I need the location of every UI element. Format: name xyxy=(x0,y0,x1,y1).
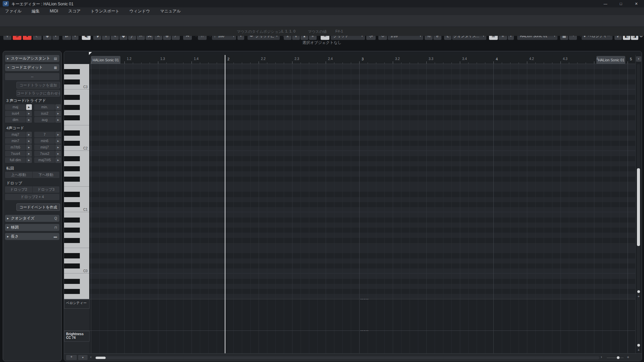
menu-window[interactable]: ウィンドウ xyxy=(124,7,155,15)
chord-m7b5-button[interactable]: m7/b5 xyxy=(5,144,26,150)
piano-key[interactable] xyxy=(64,228,90,233)
piano-key[interactable] xyxy=(64,274,90,279)
piano-key[interactable] xyxy=(64,182,90,187)
time-ruler[interactable]: HALion Sonic 01 HALion Sonic 01 1.21.31.… xyxy=(90,55,635,64)
piano-key[interactable] xyxy=(64,258,90,263)
chord-sus4-play-button[interactable]: ▶ xyxy=(26,111,32,116)
horizontal-zoom-in-button[interactable]: + xyxy=(627,355,629,360)
piano-key[interactable] xyxy=(64,161,90,166)
chord-7sus4-button[interactable]: 7sus4 xyxy=(5,151,26,157)
piano-key[interactable] xyxy=(64,233,90,238)
piano-key[interactable] xyxy=(64,166,90,171)
piano-key[interactable] xyxy=(64,263,90,268)
piano-key[interactable] xyxy=(64,187,90,192)
chord-maj75-button[interactable]: maj7/#5 xyxy=(34,157,55,163)
chord-7sus2-button[interactable]: 7sus2 xyxy=(34,151,55,157)
piano-key[interactable]: C3 xyxy=(64,84,90,89)
piano-key[interactable] xyxy=(64,151,90,156)
cc-lane[interactable] xyxy=(90,331,635,353)
drop3-button[interactable]: ドロップ3 xyxy=(33,186,60,193)
chord-fulldim-button[interactable]: full dim xyxy=(5,157,26,163)
cc-lane-label[interactable]: Brightness CC 74 xyxy=(64,331,90,342)
part-start-marker[interactable] xyxy=(89,52,92,55)
menu-edit[interactable]: 編集 xyxy=(26,7,45,15)
piano-key[interactable] xyxy=(64,100,90,105)
chord-dim-play-button[interactable]: ▶ xyxy=(26,117,32,123)
velocity-lane[interactable] xyxy=(90,299,635,330)
maximize-button[interactable]: □ xyxy=(613,0,629,7)
lane-zoom-in-button[interactable]: + xyxy=(637,348,641,352)
chord-min7-play-button[interactable]: ▶ xyxy=(26,138,32,144)
drop2-button[interactable]: ドロップ2 xyxy=(5,186,33,193)
transpose-panel-header[interactable]: ▶ 移調 ⊓ xyxy=(5,224,59,231)
move-down-button[interactable]: 下へ移動 xyxy=(33,172,60,178)
chord-minj7-button[interactable]: minj7 xyxy=(34,144,55,150)
chord-min7-button[interactable]: min7 xyxy=(5,138,26,144)
minimize-button[interactable]: — xyxy=(598,0,613,7)
chord-sus2-play-button[interactable]: ▶ xyxy=(55,111,61,116)
piano-key[interactable] xyxy=(64,105,90,110)
piano-key[interactable] xyxy=(64,120,90,125)
vertical-zoom-dot[interactable] xyxy=(637,290,640,293)
piano-key[interactable] xyxy=(64,69,90,74)
lane-zoom-dot[interactable] xyxy=(637,344,640,347)
length-panel-header[interactable]: ▶ 長さ ▬ xyxy=(5,233,59,240)
chord-fulldim-play-button[interactable]: ▶ xyxy=(26,157,32,163)
scroll-right-button[interactable]: › xyxy=(601,355,602,359)
vertical-zoom-in-button[interactable]: + xyxy=(637,294,641,298)
chord-min-button[interactable]: min. xyxy=(34,104,55,110)
piano-key[interactable] xyxy=(64,177,90,182)
piano-key[interactable] xyxy=(64,95,90,100)
piano-key[interactable] xyxy=(64,115,90,120)
piano-key[interactable] xyxy=(64,125,90,130)
playhead-cursor[interactable] xyxy=(225,55,225,353)
piano-key[interactable] xyxy=(64,202,90,207)
piano-key[interactable] xyxy=(64,218,90,223)
note-grid[interactable] xyxy=(90,64,635,299)
chord-sus4-button[interactable]: sus4 xyxy=(5,111,26,116)
piano-key[interactable] xyxy=(64,74,90,79)
chord-maj7-button[interactable]: maj7 xyxy=(5,132,26,137)
piano-key[interactable] xyxy=(64,289,90,294)
chord-min-play-button[interactable]: ▶ xyxy=(55,104,61,110)
chord-aug-button[interactable]: aug xyxy=(34,117,55,123)
menu-transport[interactable]: トランスポート xyxy=(86,7,124,15)
piano-keyboard[interactable]: C3C2C1C0 xyxy=(64,64,90,299)
piano-key[interactable] xyxy=(64,136,90,141)
chord-maj-play-button[interactable]: ▶ xyxy=(26,104,32,110)
piano-key[interactable] xyxy=(64,192,90,197)
piano-key[interactable] xyxy=(64,89,90,95)
piano-key[interactable] xyxy=(64,284,90,289)
chord-dim-button[interactable]: dim xyxy=(5,117,26,123)
piano-key[interactable] xyxy=(64,279,90,284)
chord-7-button[interactable]: 7 xyxy=(34,132,55,137)
match-chord-track-button[interactable]: コードトラックに合わせる xyxy=(16,90,60,97)
chord-aug-play-button[interactable]: ▶ xyxy=(55,117,61,123)
piano-key[interactable] xyxy=(64,223,90,228)
chord-7-play-button[interactable]: ▶ xyxy=(55,132,61,137)
vertical-scroll-thumb[interactable] xyxy=(637,168,640,246)
chord-m7b5-play-button[interactable]: ▶ xyxy=(26,144,32,150)
menu-manual[interactable]: マニュアル xyxy=(155,7,185,15)
scale-assistant-header[interactable]: ▶ スケールアシスタント ▤ xyxy=(5,55,59,62)
piano-key[interactable]: C1 xyxy=(64,207,90,212)
add-lane-button[interactable]: + xyxy=(66,355,77,360)
chord-maj75-play-button[interactable]: ▶ xyxy=(55,157,61,163)
chord-edit-header[interactable]: ▼ コードエディット ▦ xyxy=(5,64,59,71)
piano-key[interactable]: C2 xyxy=(64,146,90,151)
piano-key[interactable] xyxy=(64,64,90,69)
piano-key[interactable] xyxy=(64,171,90,176)
menu-file[interactable]: ファイル xyxy=(0,7,26,15)
chord-min6-play-button[interactable]: ▶ xyxy=(55,138,61,144)
chord-maj7-play-button[interactable]: ▶ xyxy=(26,132,32,137)
close-button[interactable]: ✕ xyxy=(629,0,644,7)
piano-key[interactable] xyxy=(64,197,90,202)
chord-sus2-button[interactable]: sus2 xyxy=(34,111,55,116)
piano-key[interactable] xyxy=(64,253,90,258)
piano-key[interactable] xyxy=(64,141,90,146)
lane-resize-handle[interactable]: ----- xyxy=(361,329,369,332)
piano-key[interactable] xyxy=(64,79,90,84)
piano-key[interactable] xyxy=(64,110,90,115)
horizontal-scroll-thumb[interactable] xyxy=(96,357,106,359)
piano-key[interactable] xyxy=(64,130,90,135)
